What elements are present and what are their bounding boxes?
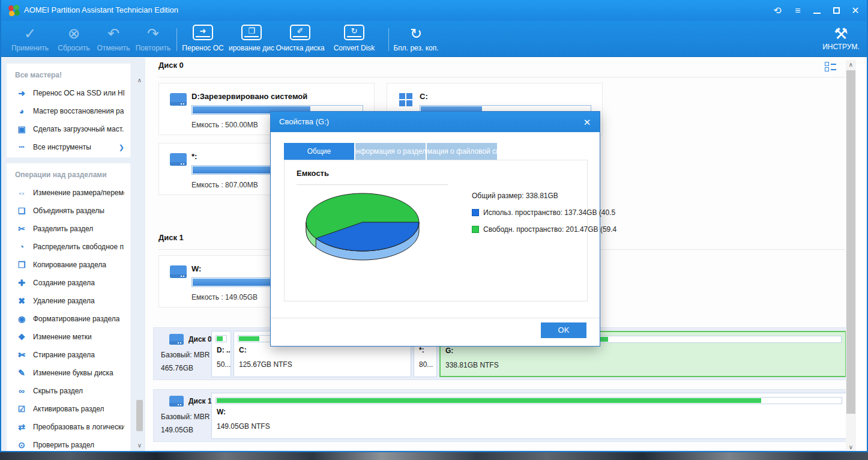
sidebar: Все мастера! ➜ Перенос ОС на SSD или HDD… [1,58,145,452]
refresh-icon[interactable]: ⟲ [767,0,788,21]
sidebar-item-format-partition[interactable]: ◉ Форматирование раздела [7,310,130,328]
partition-block-w[interactable]: W: 149.05GB NTFS [211,393,846,439]
format-icon: ◉ [16,314,27,324]
scroll-down-icon[interactable]: ∨ [135,441,144,450]
capacity-label: Емкость : 807.00MB [191,181,258,189]
scroll-up-icon[interactable]: ∧ [135,76,144,85]
partition-size: 149.05GB NTFS [217,422,270,431]
disk-name: Диск 0 [188,335,212,343]
legend-free: Свободн. пространство: 201.47GB (59.4 [472,225,586,234]
legend-total: Общий размер: 338.81GB [472,192,586,201]
delete-icon: ✖ [16,296,27,306]
sidebar-item-label: Стирание раздела [33,351,95,359]
panel-view-toggle-icon[interactable] [825,61,838,74]
toolbar-separator [388,28,389,51]
sidebar-item-label: Распределить свободное п... [33,243,124,251]
partition-label: D: ... [217,346,231,354]
windows-logo-icon [399,93,412,106]
bootable-media-icon: ▣ [16,124,27,134]
wipe-disk-button[interactable]: ✐ Очистка диска [274,25,326,52]
tools-label: ИНСТРУМ. [822,43,860,51]
capacity-pie-chart [303,189,429,279]
redo-button[interactable]: ↷ Повторить [127,25,179,52]
desktop-wallpaper [0,452,868,460]
sidebar-scrollbar[interactable]: ∧ ∨ [135,76,144,450]
clone-disk-label: ирование дис [226,44,277,52]
sidebar-item-split[interactable]: ✂ Разделить раздел [7,220,130,238]
sidebar-item-convert-to-logical[interactable]: ⇄ Преобразовать в логический [7,418,130,436]
migrate-os-disk-icon: ➜ [177,25,229,43]
disk1-row: Диск 1 Базовый: MBR 149.05GB W: 149.05GB… [153,389,849,442]
partition-label: W: [217,408,226,416]
sidebar-item-delete-partition[interactable]: ✖ Удаление раздела [7,292,130,310]
disk1-heading: Диск 1 [158,233,184,242]
used-swatch [472,209,479,216]
sidebar-item-allocate-free-space[interactable]: ◔ Распределить свободное п... [7,238,130,256]
sidebar-item-all-tools[interactable]: ••• Все инструменты ❯ [7,138,130,156]
redo-icon: ↷ [127,25,179,43]
main-scroll-thumb[interactable] [846,70,855,414]
menu-icon[interactable]: ≡ [788,0,808,21]
wizards-panel: Все мастера! ➜ Перенос ОС на SSD или HDD… [6,63,131,158]
partition-title: C: [420,92,428,101]
sidebar-item-wipe-partition[interactable]: ✄ Стирание раздела [7,346,130,364]
convert-disk-icon: ↻ [328,25,380,43]
aomei-logo-icon [8,5,20,16]
close-icon[interactable]: ✕ [845,0,866,21]
disk-type: Базовый: MBR [161,351,210,359]
sidebar-item-label: Изменение размера/переме... [33,189,124,197]
main-scrollbar[interactable]: ∧ ∨ [846,60,856,452]
dialog-close-icon[interactable]: ✕ [580,116,594,129]
clone-disk-button[interactable]: ❐ ирование дис [226,25,277,52]
sidebar-item-label: Сделать загрузочный маст... [33,125,124,133]
hard-disk-icon [169,396,184,407]
ok-button[interactable]: OK [541,322,586,338]
sidebar-item-bootable-media[interactable]: ▣ Сделать загрузочный маст... [7,120,130,138]
minimize-icon[interactable] [807,0,827,21]
scroll-up-icon[interactable]: ∧ [846,60,856,70]
partition-size: 50... [217,360,231,369]
sidebar-item-set-active[interactable]: ☑ Активировать раздел [7,400,130,418]
title-bar: AOMEI Partition Assistant Technician Edi… [1,0,867,21]
wipe-disk-icon: ✐ [274,25,326,43]
partition-label: G: [445,347,453,355]
disk-size: 465.76GB [161,364,193,372]
sidebar-item-label: Преобразовать в логический [33,423,124,431]
maximize-icon[interactable] [826,0,846,21]
pencil-icon: ✎ [16,368,27,378]
sidebar-item-copy-partition[interactable]: ❒ Копирование раздела [7,256,130,274]
tools-button[interactable]: ⚒ ИНСТРУМ. [820,25,862,51]
partition-block-d[interactable]: D: ... 50... [211,331,231,377]
sidebar-scroll-thumb[interactable] [136,400,143,431]
hard-disk-icon [170,93,187,106]
partition-size: 80... [419,360,433,369]
tab-general[interactable]: Общие [284,143,354,160]
clone-disk-icon: ❐ [226,25,277,43]
allocate-icon: ◔ [16,242,27,252]
redo-label: Повторить [127,44,179,52]
sidebar-item-resize-move[interactable]: ⇔ Изменение размера/переме... [7,184,130,202]
sidebar-item-change-drive-letter[interactable]: ✎ Изменение буквы диска [7,364,130,382]
sidebar-item-change-label[interactable]: ❖ Изменение метки [7,328,130,346]
capacity-label: Емкость : 500.00MB [191,121,258,129]
tab-label: Информация о разделе [355,143,426,160]
backup-button[interactable]: ↻ Бпл. рез. коп. [390,25,442,52]
scroll-down-icon[interactable]: ∨ [846,443,856,452]
sidebar-item-recovery-wizard[interactable]: ◕ Мастер восстановления ра... [7,102,130,120]
sidebar-item-label: Изменение метки [33,333,92,341]
sidebar-item-label: Мастер восстановления ра... [33,107,124,115]
sidebar-item-os-to-ssd[interactable]: ➜ Перенос ОС на SSD или HDD [7,84,130,102]
sidebar-item-check-partition[interactable]: ⊙ Проверить раздел [7,436,130,452]
tab-partition-info[interactable]: Информация о разделе [355,143,426,160]
sidebar-item-create-partition[interactable]: ✚ Создание раздела [7,274,130,292]
convert-disk-button[interactable]: ↻ Convert Disk [328,25,380,52]
toolbar: ✓ Применить ⊗ Сбросить ↶ Отменить ↷ Повт… [1,21,867,57]
partition-ops-panel: Операции над разделами ⇔ Изменение разме… [6,163,131,452]
migrate-os-button[interactable]: ➜ Перенос ОС [177,25,229,52]
tab-filesystem-info[interactable]: Информация о файловой системе [427,143,497,160]
divider [158,77,845,77]
dialog-title-bar[interactable]: Свойства (G:) ✕ [271,112,600,132]
sidebar-item-hide-partition[interactable]: ∞ Скрыть раздел [7,382,130,400]
sidebar-item-merge[interactable]: ❏ Объединять разделы [7,202,130,220]
sidebar-item-label: Проверить раздел [33,441,94,449]
